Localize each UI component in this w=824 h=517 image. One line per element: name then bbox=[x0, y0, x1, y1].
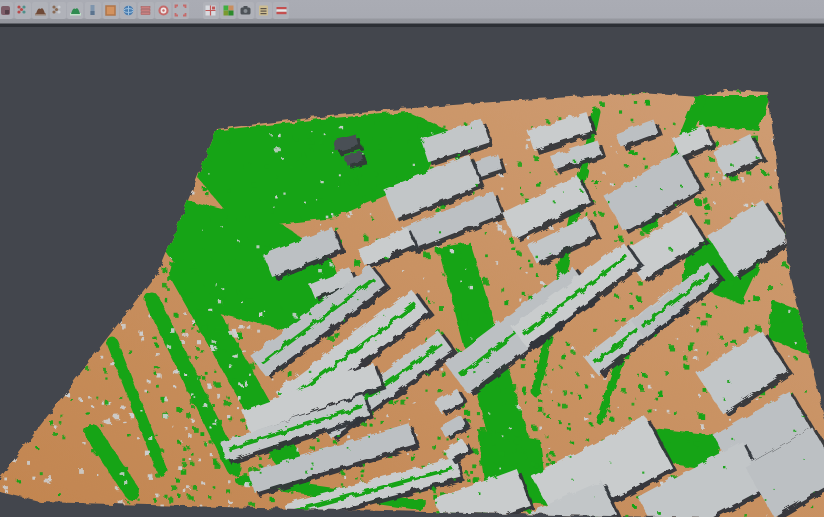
3d-viewport[interactable] bbox=[0, 0, 824, 517]
classified-map-icon[interactable] bbox=[220, 2, 236, 19]
flag-stripes-icon[interactable] bbox=[273, 2, 289, 19]
report-icon[interactable] bbox=[256, 2, 272, 19]
camera-icon[interactable] bbox=[238, 2, 254, 19]
vegetation-mound-icon[interactable] bbox=[67, 2, 83, 19]
target-ring-icon[interactable] bbox=[155, 2, 171, 19]
terrain-mound-icon[interactable] bbox=[32, 2, 48, 19]
selection-brackets-icon[interactable] bbox=[173, 2, 189, 19]
globe-icon[interactable] bbox=[120, 2, 136, 19]
grid-select-icon[interactable] bbox=[203, 2, 219, 19]
scene-canvas[interactable] bbox=[0, 0, 824, 517]
application-window bbox=[0, 0, 824, 517]
profile-column-icon[interactable] bbox=[85, 2, 101, 19]
layers-icon[interactable] bbox=[138, 2, 154, 19]
low-points-icon[interactable] bbox=[50, 2, 66, 19]
ground-tile-icon[interactable] bbox=[103, 2, 119, 19]
classify-points-icon[interactable] bbox=[15, 2, 31, 19]
toolbar-icon-row bbox=[0, 1, 290, 20]
point-cloud-icon[interactable] bbox=[0, 2, 13, 19]
toolbar bbox=[0, 0, 824, 27]
